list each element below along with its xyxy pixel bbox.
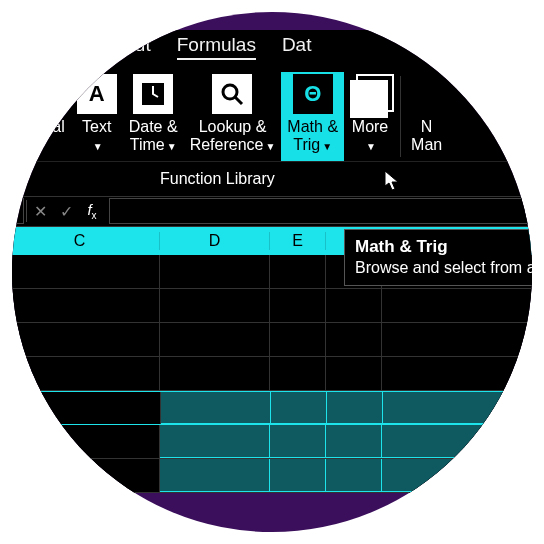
table-row [0, 459, 544, 493]
col-header-d[interactable]: D [160, 232, 270, 250]
table-row [0, 391, 544, 425]
date-time-label-2: Time▼ [130, 136, 177, 154]
date-time-label-1: Date & [129, 118, 178, 136]
ribbon-tabs: Page Layout Formulas Dat [0, 30, 544, 68]
tooltip-body: Browse and select from a [355, 258, 543, 279]
chevron-down-icon: ▼ [91, 136, 103, 154]
ribbon: ? Logical ▼ A Text ▼ Date & Time▼ Lo [0, 68, 544, 162]
table-row [0, 357, 544, 391]
svg-point-1 [223, 85, 237, 99]
col-header-e[interactable]: E [270, 232, 326, 250]
lookup-label-2: Reference▼ [190, 136, 276, 154]
name-manager-button[interactable]: N Man [405, 72, 448, 161]
spreadsheet-grid[interactable] [0, 255, 544, 493]
text-button[interactable]: A Text ▼ [71, 72, 123, 161]
theta-icon: Θ [293, 74, 333, 114]
tab-formulas[interactable]: Formulas [177, 34, 256, 60]
lookup-reference-button[interactable]: Lookup & Reference▼ [184, 72, 282, 161]
table-row [0, 323, 544, 357]
table-row [0, 289, 544, 323]
math-trig-button[interactable]: Θ Math & Trig▼ [281, 72, 344, 161]
chevron-down-icon: ▼ [364, 136, 376, 154]
more-label: More [352, 118, 388, 136]
math-trig-label-2: Trig▼ [293, 136, 332, 154]
more-functions-button[interactable]: More ▼ [344, 72, 396, 161]
tab-data[interactable]: Dat [282, 34, 312, 60]
name-box[interactable]: ▼ [2, 198, 24, 224]
clock-icon [133, 74, 173, 114]
name-mgr-label-2: Man [411, 136, 442, 154]
col-header-c[interactable]: C [0, 232, 160, 250]
group-divider [400, 76, 401, 157]
formula-bar: ▼ ✕ ✓ fx [0, 197, 544, 227]
ribbon-section-label: Function Library [0, 162, 544, 197]
date-time-button[interactable]: Date & Time▼ [123, 72, 184, 161]
cancel-formula-button[interactable]: ✕ [27, 202, 53, 221]
logical-button[interactable]: ? Logical ▼ [8, 72, 71, 161]
text-label: Text [82, 118, 111, 136]
table-row [0, 425, 544, 459]
insert-function-button[interactable]: fx [79, 201, 105, 221]
name-mgr-label-1: N [421, 118, 433, 136]
lookup-label-1: Lookup & [199, 118, 267, 136]
accept-formula-button[interactable]: ✓ [53, 202, 79, 221]
tab-page-layout[interactable]: Page Layout [44, 34, 151, 60]
search-icon [212, 74, 252, 114]
question-icon: ? [19, 74, 59, 114]
chevron-down-icon: ▼ [33, 136, 45, 154]
logical-label: Logical [14, 118, 65, 136]
formula-input[interactable] [109, 198, 544, 224]
tooltip: Math & Trig Browse and select from a [344, 229, 544, 286]
svg-line-2 [235, 97, 242, 104]
math-trig-label-1: Math & [287, 118, 338, 136]
stack-icon [350, 74, 390, 114]
letter-a-icon: A [77, 74, 117, 114]
tooltip-title: Math & Trig [355, 236, 543, 258]
